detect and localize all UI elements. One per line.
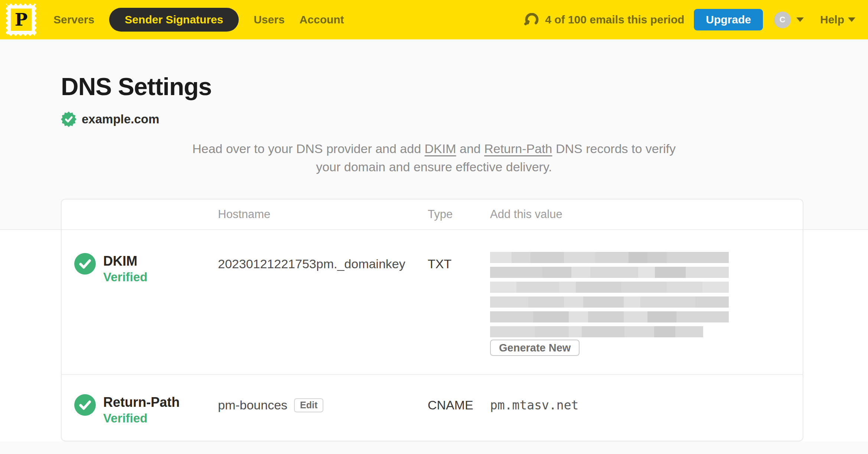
usage-link[interactable]: 4 of 100 emails this period (523, 13, 684, 26)
dkim-value-cell: Generate New (490, 230, 803, 374)
return-path-hostname: pm-bounces (218, 398, 287, 412)
type-column-header: Type (428, 208, 490, 221)
chevron-down-icon (848, 17, 855, 22)
usage-gauge-icon (523, 13, 541, 26)
hostname-column-header: Hostname (218, 208, 428, 221)
nav-item-servers[interactable]: Servers (53, 8, 94, 32)
redacted-value-line (490, 267, 729, 278)
generate-new-button[interactable]: Generate New (490, 340, 580, 356)
return-path-value-cell: pm.mtasv.net (490, 375, 803, 439)
help-menu[interactable]: Help (820, 13, 855, 26)
dkim-status-cell: DKIM Verified (62, 230, 218, 374)
redacted-value-line (490, 326, 703, 337)
return-path-hostname-cell: pm-bounces Edit (218, 375, 428, 439)
return-path-link[interactable]: Return-Path (484, 142, 552, 156)
account-menu[interactable]: C (774, 12, 804, 28)
help-label: Help (820, 13, 844, 26)
upgrade-button[interactable]: Upgrade (694, 9, 763, 30)
verified-check-icon (74, 253, 96, 275)
dkim-record-type: TXT (428, 230, 490, 374)
table-row-return-path: Return-Path Verified pm-bounces Edit CNA… (62, 374, 803, 439)
status-badge: Verified (103, 269, 147, 285)
return-path-record-type: CNAME (428, 375, 490, 439)
instructions-text: Head over to your DNS provider and add (192, 142, 425, 156)
dns-instructions: Head over to your DNS provider and add D… (185, 140, 683, 176)
dkim-link[interactable]: DKIM (425, 142, 456, 156)
chevron-down-icon (796, 17, 804, 22)
table-row-dkim: DKIM Verified 20230121221753pm._domainke… (62, 230, 803, 374)
avatar[interactable]: C (774, 12, 791, 28)
redacted-value-line (490, 282, 729, 293)
usage-count-text: 4 of 100 emails this period (545, 13, 684, 26)
page-footer-strip (0, 441, 868, 454)
record-name: DKIM (103, 253, 147, 269)
postmark-logo[interactable]: P (6, 4, 36, 36)
domain-name: example.com (82, 112, 159, 126)
instructions-text: and (456, 142, 484, 156)
cname-value: pm.mtasv.net (490, 398, 578, 412)
verified-domain-badge-icon (61, 111, 76, 127)
verified-domain-row: example.com (61, 111, 868, 127)
dkim-hostname: 20230121221753pm._domainkey (218, 230, 428, 374)
nav-item-users[interactable]: Users (254, 8, 284, 32)
page-title: DNS Settings (0, 39, 868, 101)
table-header-row: Hostname Type Add this value (62, 200, 803, 230)
dns-records-card: Hostname Type Add this value DKIM Verifi… (61, 199, 803, 441)
verified-check-icon (74, 394, 96, 416)
record-name: Return-Path (103, 394, 180, 411)
redacted-value-line (490, 252, 729, 263)
nav-right: 4 of 100 emails this period Upgrade C He… (523, 9, 855, 30)
redacted-value-line (490, 311, 729, 322)
nav-items: Servers Sender Signatures Users Account (53, 8, 344, 32)
postmark-logo-letter: P (11, 9, 32, 31)
nav-item-sender-signatures[interactable]: Sender Signatures (109, 8, 239, 32)
edit-button[interactable]: Edit (294, 398, 323, 412)
status-badge: Verified (103, 411, 180, 426)
redacted-value-line (490, 296, 729, 308)
top-navbar: P Servers Sender Signatures Users Accoun… (0, 0, 868, 39)
return-path-status-cell: Return-Path Verified (62, 375, 218, 439)
value-column-header: Add this value (490, 208, 803, 221)
nav-item-account[interactable]: Account (300, 8, 344, 32)
